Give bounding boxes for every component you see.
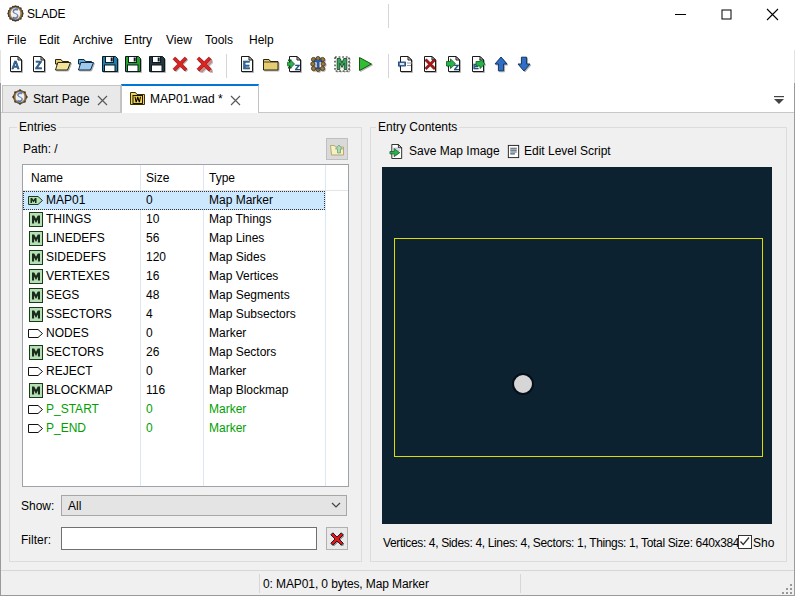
svg-text:E: E [243, 59, 250, 71]
svg-text:A: A [12, 59, 20, 71]
svg-text:Z: Z [295, 63, 300, 72]
svg-text:T: T [314, 57, 322, 72]
svg-text:Z: Z [35, 59, 42, 71]
